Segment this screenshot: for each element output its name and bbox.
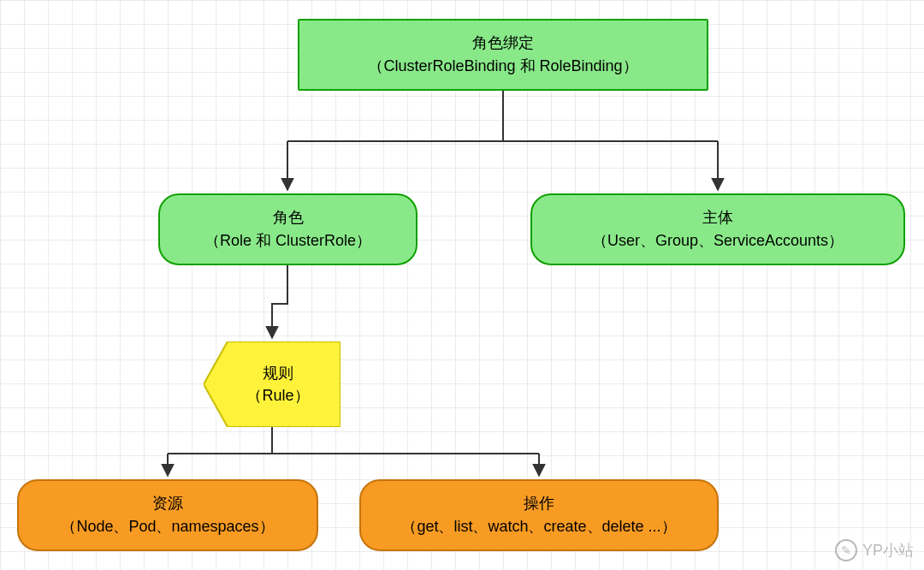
node-action-title: 操作 [524,492,554,515]
watermark: ✎ YP小站 [835,539,914,561]
node-role-binding-title: 角色绑定 [472,32,534,55]
node-subject-subtitle: （User、Group、ServiceAccounts） [592,229,844,252]
node-rule-title: 规则 [263,362,293,384]
node-role: 角色 （Role 和 ClusterRole） [158,193,418,265]
watermark-icon: ✎ [835,539,857,561]
node-resource-subtitle: （Node、Pod、namespaces） [61,515,274,538]
node-resource: 资源 （Node、Pod、namespaces） [17,479,318,551]
node-action-subtitle: （get、list、watch、create、delete ...） [401,515,676,538]
node-resource-title: 资源 [152,492,183,515]
node-subject-title: 主体 [702,206,733,229]
node-role-title: 角色 [273,206,304,229]
node-action: 操作 （get、list、watch、create、delete ...） [359,479,719,551]
node-role-subtitle: （Role 和 ClusterRole） [204,229,371,252]
node-rule: 规则 （Rule） [204,341,341,427]
watermark-icon-glyph: ✎ [841,543,851,557]
node-subject: 主体 （User、Group、ServiceAccounts） [530,193,905,265]
watermark-text: YP小站 [862,540,914,561]
node-role-binding: 角色绑定 （ClusterRoleBinding 和 RoleBinding） [298,19,708,91]
node-rule-subtitle: （Rule） [246,384,309,407]
node-role-binding-subtitle: （ClusterRoleBinding 和 RoleBinding） [368,55,637,78]
